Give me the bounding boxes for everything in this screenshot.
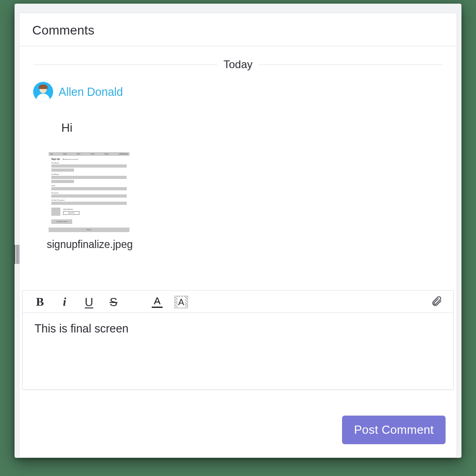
resize-handle-icon[interactable] <box>15 243 19 265</box>
thumb-nav-item: About <box>77 153 80 155</box>
thumb-nav-item: Login <box>50 153 53 155</box>
thumb-subheading: Already have an account? <box>63 159 79 160</box>
highlight-color-button[interactable]: A <box>174 296 188 308</box>
thumb-upload-label: Upload Avatar <box>63 208 79 210</box>
comment-editor: B i U S A A This is final screen <box>22 290 454 390</box>
highlight-glyph: A <box>178 297 184 307</box>
bold-button[interactable]: B <box>34 295 46 309</box>
thumb-field-label: Password <box>51 192 127 194</box>
thumb-field-label: Last Name <box>51 174 127 175</box>
text-color-button[interactable]: A <box>152 296 163 308</box>
thumb-field-label: Confirm Password <box>51 199 127 201</box>
attachment-filename: signupfinalize.jpeg <box>47 238 443 251</box>
comment-attachment: Login Gallery About Contact Sign up prof… <box>47 150 443 251</box>
thumb-nav-item: Gallery <box>63 153 67 155</box>
divider-line-right <box>259 64 443 65</box>
underline-button[interactable]: U <box>83 295 95 309</box>
strikethrough-button[interactable]: S <box>107 295 120 309</box>
date-divider: Today <box>33 58 443 71</box>
divider-line-left <box>33 64 217 65</box>
thumb-field-label: email <box>51 185 127 187</box>
comment-body: Hi <box>61 121 443 135</box>
thumb-nav-item: Sign up <box>104 153 109 155</box>
app-card: Comments Today Allen Donald Hi Login Gal… <box>15 4 461 458</box>
thumb-heading: Sign Up <box>51 158 60 160</box>
thumb-nav-item: profile/login/logout <box>119 153 128 155</box>
thumb-nav-item: Contact <box>90 153 94 155</box>
avatar[interactable] <box>33 82 53 102</box>
comment-item: Allen Donald <box>20 82 456 107</box>
thumb-create-button: Create account <box>51 219 72 224</box>
divider-label: Today <box>223 58 253 71</box>
comment-text: Hi <box>61 121 443 135</box>
thumb-upload-button: Upload file <box>63 211 79 215</box>
post-row: Post Comment <box>342 416 446 444</box>
text-color-glyph: A <box>154 296 161 306</box>
attachment-icon[interactable] <box>431 295 442 309</box>
thumb-field-label: First Name <box>51 162 127 164</box>
thumb-footer: Footer <box>49 228 129 232</box>
panel-header: Comments <box>20 13 456 46</box>
panel-title: Comments <box>32 23 444 38</box>
italic-button[interactable]: i <box>58 295 71 309</box>
editor-toolbar: B i U S A A <box>23 291 453 313</box>
comment-author-row: Allen Donald <box>33 82 443 102</box>
editor-textarea[interactable]: This is final screen <box>23 313 453 389</box>
author-name[interactable]: Allen Donald <box>59 85 123 99</box>
comments-panel: Comments Today Allen Donald Hi Login Gal… <box>19 13 457 458</box>
attachment-thumbnail[interactable]: Login Gallery About Contact Sign up prof… <box>47 150 131 233</box>
post-comment-button[interactable]: Post Comment <box>342 416 446 444</box>
